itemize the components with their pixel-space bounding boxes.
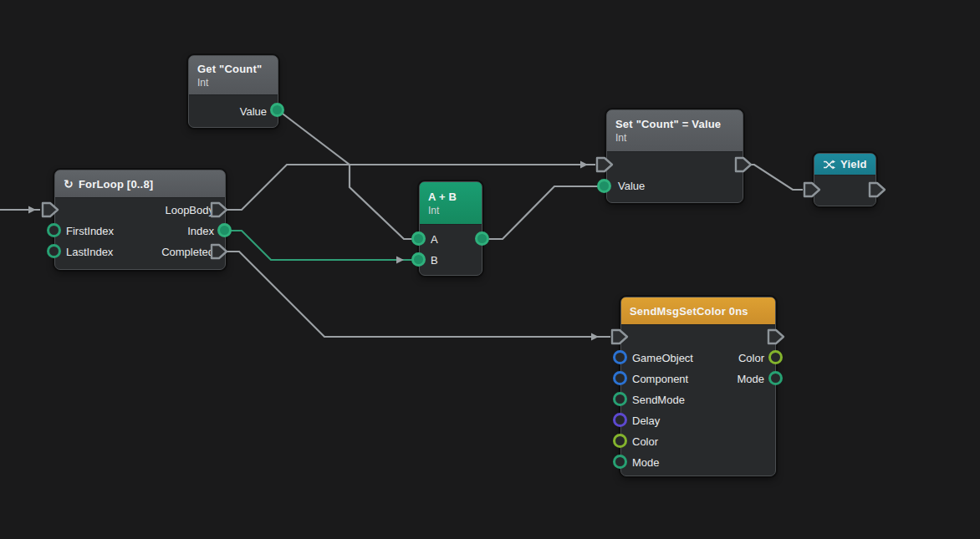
port-label-lastindex: LastIndex	[66, 246, 113, 258]
port-label-b: B	[431, 254, 438, 267]
port-sendmsg-color-in[interactable]	[613, 434, 627, 448]
node-title: ForLoop [0..8]	[79, 178, 153, 191]
node-body: A B	[420, 225, 482, 271]
node-title: Set "Count" = Value	[615, 118, 734, 130]
node-title: A + B	[428, 191, 473, 203]
port-sendmsg-mode-out[interactable]	[768, 371, 783, 385]
node-title: Yield	[840, 158, 867, 170]
port-getcount-value-out[interactable]	[270, 103, 284, 117]
port-label-component: Component	[632, 373, 688, 385]
port-sendmsg-mode-in[interactable]	[613, 455, 627, 469]
node-add-header[interactable]: A + B Int	[420, 182, 482, 225]
port-forloop-index-out[interactable]	[217, 223, 232, 237]
port-yield-flow-out[interactable]	[867, 181, 887, 199]
node-body: Value	[607, 152, 743, 196]
port-label-firstindex: FirstIndex	[66, 225, 114, 237]
port-setcount-value-in[interactable]	[597, 179, 611, 193]
port-label-color-out: Color	[738, 352, 764, 364]
wire-getcount-to-add-a[interactable]	[279, 111, 415, 239]
port-forloop-loopbody-out[interactable]	[209, 201, 229, 219]
shuffle-icon	[823, 160, 835, 170]
node-subtitle: Int	[197, 77, 269, 89]
port-sendmsg-flow-in[interactable]	[610, 328, 630, 346]
port-setcount-flow-in[interactable]	[595, 155, 615, 174]
port-sendmsg-component-in[interactable]	[613, 371, 627, 385]
loop-icon: ↻	[64, 178, 74, 190]
node-title: SendMsgSetColor 0ns	[630, 305, 767, 318]
port-label-a: A	[431, 233, 438, 246]
port-label-color-in: Color	[632, 435, 658, 448]
node-body: Value	[189, 95, 278, 127]
port-sendmsg-flow-out[interactable]	[766, 328, 786, 346]
wire-loopbody-to-setcount[interactable]	[227, 165, 595, 210]
wire-setcount-to-yield[interactable]	[748, 165, 803, 190]
port-label-loopbody: LoopBody	[165, 204, 214, 216]
node-send-msg-set-color[interactable]: SendMsgSetColor 0ns GameObject Color Com…	[620, 297, 776, 476]
port-add-a-in[interactable]	[411, 231, 426, 246]
port-label-mode-in: Mode	[632, 456, 660, 469]
port-label-sendmode: SendMode	[632, 394, 685, 406]
wire-add-out-to-setcount-value[interactable]	[487, 186, 600, 239]
port-sendmsg-sendmode-in[interactable]	[613, 392, 627, 406]
port-sendmsg-gameobject-in[interactable]	[613, 350, 627, 364]
node-set-count[interactable]: Set "Count" = Value Int Value	[606, 109, 743, 203]
node-for-loop[interactable]: ↻ ForLoop [0..8] LoopBody FirstIndex Ind…	[54, 170, 226, 270]
node-body: GameObject Color Component Mode SendMode…	[621, 325, 775, 473]
graph-canvas[interactable]: Get "Count" Int Value ↻ ForLoop [0..8] L…	[0, 0, 980, 539]
port-label-mode-out: Mode	[737, 373, 764, 385]
node-subtitle: Int	[615, 132, 734, 144]
port-add-out[interactable]	[475, 231, 489, 246]
port-label-completed: Completed	[161, 246, 214, 258]
port-forloop-completed-out[interactable]	[209, 242, 229, 261]
port-sendmsg-delay-in[interactable]	[613, 413, 627, 427]
port-label-gameobject: GameObject	[632, 352, 693, 364]
port-forloop-flow-in[interactable]	[40, 201, 60, 219]
wire-index-to-add-b[interactable]	[227, 231, 415, 260]
node-for-loop-header[interactable]: ↻ ForLoop [0..8]	[55, 170, 225, 198]
node-get-count-header[interactable]: Get "Count" Int	[189, 56, 278, 95]
port-setcount-flow-out[interactable]	[733, 155, 753, 174]
node-yield-header[interactable]: Yield	[814, 154, 875, 175]
port-forloop-firstindex-in[interactable]	[47, 223, 61, 237]
port-forloop-lastindex-in[interactable]	[47, 244, 61, 258]
node-subtitle: Int	[428, 205, 473, 216]
node-add[interactable]: A + B Int A B	[419, 181, 482, 276]
port-label-delay: Delay	[632, 414, 660, 427]
node-send-msg-header[interactable]: SendMsgSetColor 0ns	[621, 297, 775, 325]
port-label-index: Index	[187, 225, 214, 237]
port-label-value: Value	[240, 105, 267, 118]
node-get-count[interactable]: Get "Count" Int Value	[188, 55, 278, 128]
port-add-b-in[interactable]	[411, 252, 426, 267]
node-title: Get "Count"	[197, 63, 269, 75]
port-yield-flow-in[interactable]	[802, 181, 822, 199]
node-set-count-header[interactable]: Set "Count" = Value Int	[607, 110, 743, 152]
node-body: LoopBody FirstIndex Index LastIndex Comp…	[55, 198, 225, 262]
port-label-value: Value	[618, 180, 645, 192]
port-sendmsg-color-out[interactable]	[768, 350, 783, 364]
